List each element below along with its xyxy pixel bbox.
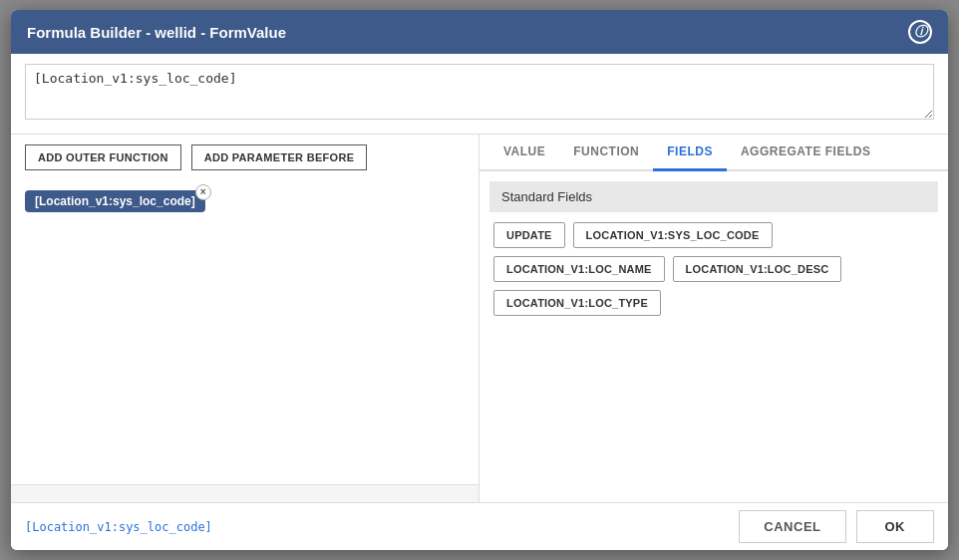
ok-button[interactable]: OK <box>856 510 935 543</box>
formula-area: [Location_v1:sys_loc_code] <box>11 54 948 135</box>
field-btn-loc-type[interactable]: LOCATION_V1:LOC_TYPE <box>493 290 661 316</box>
cancel-button[interactable]: CANCEL <box>739 510 845 543</box>
dialog-title: Formula Builder - wellid - FormValue <box>27 24 286 41</box>
field-btn-sys-loc-code[interactable]: LOCATION_V1:SYS_LOC_CODE <box>573 222 773 248</box>
fields-panel: Standard Fields UPDATE LOCATION_V1:SYS_L… <box>480 171 948 502</box>
field-buttons-container: UPDATE LOCATION_V1:SYS_LOC_CODE LOCATION… <box>489 222 938 316</box>
formula-canvas: [Location_v1:sys_loc_code] × <box>11 180 479 484</box>
tab-aggregate-fields[interactable]: AGGREGATE FIELDS <box>727 135 884 171</box>
left-panel: ADD OUTER FUNCTION ADD PARAMETER BEFORE … <box>11 135 480 502</box>
bottom-formula-display: [Location_v1:sys_loc_code] <box>25 520 212 534</box>
field-btn-update[interactable]: UPDATE <box>493 222 565 248</box>
field-btn-loc-desc[interactable]: LOCATION_V1:LOC_DESC <box>673 256 842 282</box>
tab-value[interactable]: VALUE <box>489 135 559 171</box>
right-panel: VALUE FUNCTION FIELDS AGGREGATE FIELDS S… <box>480 135 948 502</box>
formula-textarea[interactable]: [Location_v1:sys_loc_code] <box>25 64 934 120</box>
toolbar: ADD OUTER FUNCTION ADD PARAMETER BEFORE <box>11 135 479 180</box>
canvas-horizontal-scrollbar[interactable] <box>11 484 479 502</box>
standard-fields-header: Standard Fields <box>489 181 938 212</box>
tab-function[interactable]: FUNCTION <box>559 135 653 171</box>
field-btn-loc-name[interactable]: LOCATION_V1:LOC_NAME <box>493 256 665 282</box>
formula-builder-dialog: Formula Builder - wellid - FormValue ⓘ [… <box>11 10 948 550</box>
tab-fields[interactable]: FIELDS <box>653 135 727 171</box>
token-label: [Location_v1:sys_loc_code] <box>35 194 195 208</box>
add-outer-function-button[interactable]: ADD OUTER FUNCTION <box>25 144 181 170</box>
bottom-actions: CANCEL OK <box>739 510 934 543</box>
dialog-header: Formula Builder - wellid - FormValue ⓘ <box>11 10 948 54</box>
bottom-bar: [Location_v1:sys_loc_code] CANCEL OK <box>11 502 948 550</box>
add-parameter-before-button[interactable]: ADD PARAMETER BEFORE <box>191 144 368 170</box>
info-icon[interactable]: ⓘ <box>908 20 932 44</box>
main-content: ADD OUTER FUNCTION ADD PARAMETER BEFORE … <box>11 135 948 502</box>
token-close-button[interactable]: × <box>195 184 211 200</box>
formula-token[interactable]: [Location_v1:sys_loc_code] × <box>25 190 205 212</box>
tabs: VALUE FUNCTION FIELDS AGGREGATE FIELDS <box>480 135 948 171</box>
